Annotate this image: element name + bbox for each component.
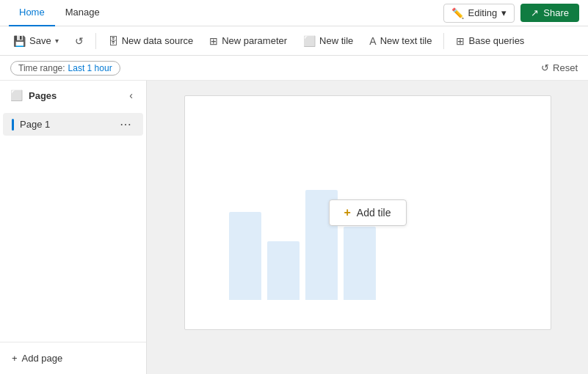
sidebar-footer: + Add page: [0, 342, 146, 374]
sidebar-items: Page 1 ⋯: [0, 110, 146, 342]
chart-bar-2: [267, 241, 300, 300]
pencil-icon: ✏️: [451, 7, 464, 19]
parameter-icon: ⊞: [209, 35, 218, 47]
tile-icon: ⬜: [303, 35, 316, 47]
toolbar-divider-2: [443, 33, 444, 49]
add-tile-plus-icon: +: [344, 206, 350, 219]
base-queries-button[interactable]: ⊞ Base queries: [449, 32, 531, 50]
sidebar-title: Pages: [29, 90, 57, 101]
canvas: + Add tile: [184, 95, 551, 330]
add-page-label: Add page: [22, 353, 63, 364]
share-label: Share: [543, 7, 569, 18]
tab-manage[interactable]: Manage: [55, 0, 110, 26]
time-range-filter[interactable]: Time range : Last 1 hour: [10, 61, 120, 76]
add-page-icon: +: [12, 353, 18, 364]
reset-button[interactable]: ↺ Reset: [541, 62, 578, 73]
main-area: Time range : Last 1 hour ↺ Reset ⬜ Pages…: [0, 56, 588, 374]
new-text-tile-button[interactable]: A New text tile: [362, 32, 439, 50]
new-text-tile-label: New text tile: [380, 35, 432, 46]
time-range-prefix: Time range: [18, 63, 62, 73]
time-range-value: Last 1 hour: [68, 63, 112, 73]
chevron-down-icon: ▾: [501, 7, 507, 18]
tab-home[interactable]: Home: [9, 0, 55, 26]
sidebar-header-left: ⬜ Pages: [10, 89, 57, 101]
page-active-indicator: [12, 119, 14, 131]
base-queries-label: Base queries: [468, 35, 524, 46]
sidebar-item-page1[interactable]: Page 1 ⋯: [3, 113, 143, 136]
new-tile-button[interactable]: ⬜ New tile: [296, 32, 360, 50]
datasource-icon: 🗄: [108, 35, 118, 47]
page-menu-button[interactable]: ⋯: [117, 117, 134, 131]
add-tile-container: + Add tile: [328, 199, 406, 226]
pages-icon: ⬜: [10, 89, 23, 101]
add-tile-label: Add tile: [357, 207, 391, 219]
new-parameter-button[interactable]: ⊞ New parameter: [202, 32, 294, 50]
save-button[interactable]: 💾 Save ▾: [6, 32, 66, 50]
new-data-source-button[interactable]: 🗄 New data source: [101, 32, 201, 50]
share-icon: ↗: [531, 7, 539, 18]
filter-bar: Time range : Last 1 hour ↺ Reset: [0, 56, 588, 81]
save-label: Save: [29, 35, 51, 46]
add-page-button[interactable]: + Add page: [9, 350, 65, 367]
chart-bar-4: [344, 227, 376, 300]
chart-bar-1: [229, 212, 261, 300]
top-right-actions: ✏️ Editing ▾ ↗ Share: [443, 4, 579, 23]
sidebar: ⬜ Pages ‹ Page 1 ⋯ + Add page: [0, 81, 147, 374]
content-area: ⬜ Pages ‹ Page 1 ⋯ + Add page: [0, 81, 588, 374]
reset-label: Reset: [553, 62, 578, 73]
save-icon: 💾: [13, 35, 26, 47]
share-button[interactable]: ↗ Share: [520, 4, 579, 22]
reset-icon: ↺: [541, 62, 549, 73]
top-bar: Home Manage ✏️ Editing ▾ ↗ Share: [0, 0, 588, 26]
editing-button[interactable]: ✏️ Editing ▾: [443, 4, 515, 23]
editing-label: Editing: [468, 7, 498, 18]
base-queries-icon: ⊞: [456, 35, 465, 47]
page-item-left: Page 1: [12, 119, 50, 131]
text-tile-icon: A: [369, 35, 376, 47]
new-data-source-label: New data source: [122, 35, 194, 46]
page-name: Page 1: [20, 119, 50, 130]
new-parameter-label: New parameter: [222, 35, 287, 46]
refresh-button[interactable]: ↺: [68, 32, 91, 50]
toolbar-divider-1: [95, 33, 96, 49]
sidebar-header: ⬜ Pages ‹: [0, 81, 146, 110]
top-tabs: Home Manage: [9, 0, 110, 26]
add-tile-button[interactable]: + Add tile: [328, 199, 406, 226]
toolbar: 💾 Save ▾ ↺ 🗄 New data source ⊞ New param…: [0, 26, 588, 56]
time-range-separator: :: [62, 63, 65, 73]
new-tile-label: New tile: [319, 35, 353, 46]
collapse-sidebar-button[interactable]: ‹: [126, 88, 136, 103]
canvas-area: + Add tile: [147, 81, 588, 374]
refresh-icon: ↺: [75, 35, 84, 47]
save-dropdown-icon: ▾: [55, 37, 59, 45]
